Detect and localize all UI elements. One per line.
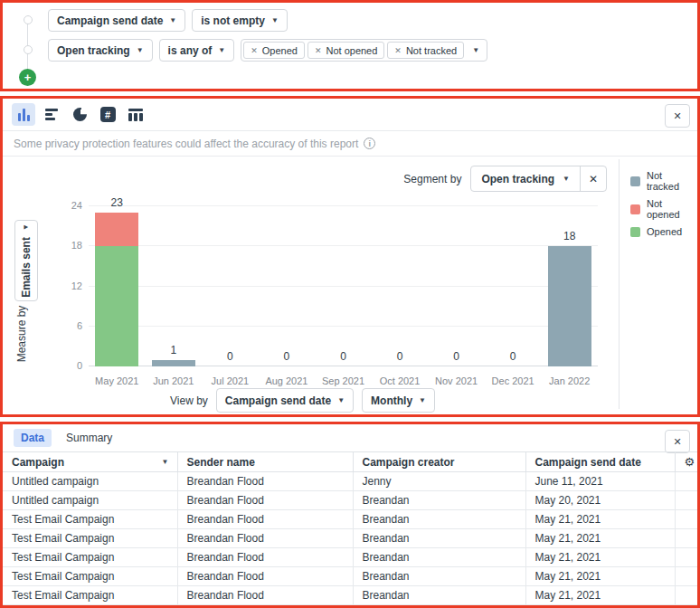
filter-operator-dropdown[interactable]: is any of ▼ bbox=[159, 39, 235, 62]
segment-by-clear-button[interactable]: ✕ bbox=[580, 166, 606, 191]
remove-chip-icon[interactable]: ✕ bbox=[394, 46, 402, 55]
table-row[interactable]: Test Email CampaignBreandan FloodBreanda… bbox=[3, 567, 697, 586]
segment-by-value-button[interactable]: Open tracking ▼ bbox=[471, 173, 580, 185]
bar-segment-not-tracked[interactable] bbox=[548, 246, 591, 366]
chevron-down-icon: ▼ bbox=[271, 17, 279, 24]
legend-item: Not tracked bbox=[630, 170, 697, 192]
campaign-data-table: Campaign ▼ Sender name Campaign creator … bbox=[3, 451, 697, 605]
table-row[interactable]: Untitled campaignBreandan FloodJennyJune… bbox=[3, 472, 697, 491]
close-chart-panel-button[interactable]: ✕ bbox=[665, 104, 690, 128]
column-header-sender-name[interactable]: Sender name bbox=[177, 452, 353, 472]
segment-by-label: Segment by bbox=[403, 173, 461, 185]
pie-glyph bbox=[73, 108, 87, 121]
table-row[interactable]: Untitled campaignBreandan FloodBreandanM… bbox=[3, 491, 697, 510]
privacy-notice-text: Some privacy protection features could a… bbox=[14, 138, 358, 150]
table-body: Untitled campaignBreandan FloodJennyJune… bbox=[3, 472, 697, 605]
filter-chip[interactable]: ✕Not tracked bbox=[387, 42, 464, 59]
y-tick-12: 12 bbox=[71, 280, 82, 291]
table-cell: Untitled campaign bbox=[3, 472, 177, 491]
table-cell: May 20, 2021 bbox=[525, 491, 675, 510]
chip-label: Opened bbox=[262, 45, 298, 56]
legend-label: Not opened bbox=[647, 198, 697, 220]
x-axis-label: Jun 2021 bbox=[146, 375, 203, 386]
filter-chip[interactable]: ✕Opened bbox=[243, 42, 305, 59]
bar-value-label: 0 bbox=[372, 350, 429, 363]
vertical-bar-chart-icon[interactable] bbox=[12, 103, 35, 126]
column-header-campaign-send-date[interactable]: Campaign send date bbox=[525, 452, 675, 472]
measure-by-label: Measure by bbox=[10, 304, 33, 364]
segment-by-dropdown: Open tracking ▼ ✕ bbox=[470, 166, 607, 192]
sort-caret-icon[interactable]: ▼ bbox=[162, 459, 169, 466]
remove-chip-icon[interactable]: ✕ bbox=[251, 46, 258, 55]
table-cell-settings bbox=[675, 586, 697, 605]
view-by-field-dropdown[interactable]: Campaign send date ▼ bbox=[216, 388, 354, 413]
filter-values-group[interactable]: ✕Opened✕Not opened✕Not tracked ▼ bbox=[241, 39, 487, 62]
bar-value-label: 0 bbox=[315, 350, 372, 363]
table-cell: Jenny bbox=[353, 472, 525, 491]
bar-segment-not-opened[interactable] bbox=[95, 213, 138, 246]
add-filter-button[interactable]: + bbox=[19, 69, 36, 86]
chart-slot-sep-2021: 0Sep 2021 bbox=[315, 206, 372, 366]
table-cell-settings bbox=[675, 529, 697, 548]
column-header-campaign-creator[interactable]: Campaign creator bbox=[353, 452, 525, 472]
chart-slot-oct-2021: 0Oct 2021 bbox=[372, 206, 429, 366]
bar-segment-opened[interactable] bbox=[95, 246, 138, 366]
filter-field-dropdown[interactable]: Campaign send date ▼ bbox=[48, 9, 185, 32]
tab-data[interactable]: Data bbox=[14, 429, 52, 447]
stacked-bar[interactable] bbox=[548, 246, 591, 366]
table-row[interactable]: Test Email CampaignBreandan FloodBreanda… bbox=[3, 586, 697, 605]
x-axis-label: Aug 2021 bbox=[259, 375, 316, 386]
column-header-campaign[interactable]: Campaign ▼ bbox=[3, 452, 177, 472]
table-cell: Breandan Flood bbox=[177, 510, 353, 529]
tab-summary[interactable]: Summary bbox=[59, 429, 119, 447]
hash-glyph: # bbox=[100, 107, 116, 122]
view-by-interval-dropdown[interactable]: Monthly ▼ bbox=[362, 388, 435, 413]
filter-chip[interactable]: ✕Not opened bbox=[307, 42, 384, 59]
pie-chart-icon[interactable] bbox=[68, 103, 91, 126]
chevron-down-icon: ▼ bbox=[337, 397, 345, 404]
data-table-panel: Data Summary ✕ Campaign ▼ Sender name Ca… bbox=[0, 422, 700, 608]
view-by-control: View by Campaign send date ▼ Monthly ▼ bbox=[170, 388, 435, 413]
measure-by-value: Emails sent bbox=[20, 237, 33, 298]
bar-value-label: 0 bbox=[428, 350, 485, 363]
table-view-icon[interactable] bbox=[124, 103, 147, 126]
remove-chip-icon[interactable]: ✕ bbox=[315, 46, 322, 55]
table-row[interactable]: Test Email CampaignBreandan FloodBreanda… bbox=[3, 529, 697, 548]
horizontal-bar-chart-icon[interactable] bbox=[40, 103, 63, 126]
filter-operator-label: is any of bbox=[168, 44, 213, 57]
table-cell: Breandan Flood bbox=[177, 548, 353, 567]
legend-label: Not tracked bbox=[647, 170, 697, 192]
gear-icon[interactable]: ⚙ bbox=[685, 455, 695, 469]
stacked-bar[interactable] bbox=[152, 360, 195, 366]
table-row[interactable]: Test Email CampaignBreandan FloodBreanda… bbox=[3, 548, 697, 567]
table-cell-settings bbox=[675, 510, 697, 529]
table-cell: Breandan Flood bbox=[177, 529, 353, 548]
table-cell: Breandan bbox=[353, 529, 525, 548]
y-tick-24: 24 bbox=[71, 200, 82, 211]
view-by-interval: Monthly bbox=[371, 394, 412, 407]
table-cell: Untitled campaign bbox=[3, 491, 177, 510]
stacked-bar[interactable] bbox=[95, 213, 138, 366]
filter-operator-dropdown[interactable]: is not empty ▼ bbox=[192, 9, 288, 32]
privacy-notice: Some privacy protection features could a… bbox=[3, 131, 697, 157]
table-cell: Breandan Flood bbox=[177, 567, 353, 586]
x-axis-label: May 2021 bbox=[89, 375, 146, 386]
filter-field-dropdown[interactable]: Open tracking ▼ bbox=[48, 39, 153, 62]
chevron-down-icon: ▼ bbox=[218, 47, 225, 54]
measure-by-label-wrap: Measure by bbox=[10, 304, 33, 364]
chart-slot-jun-2021: 1Jun 2021 bbox=[146, 206, 203, 366]
chevron-down-icon: ▼ bbox=[169, 17, 176, 24]
close-table-panel-button[interactable]: ✕ bbox=[665, 430, 690, 453]
table-cell: Breandan bbox=[353, 567, 525, 586]
x-axis-label: Sep 2021 bbox=[315, 375, 372, 386]
number-metric-icon[interactable]: # bbox=[96, 103, 119, 126]
view-by-label: View by bbox=[170, 394, 208, 407]
bar-segment-not-tracked[interactable] bbox=[152, 360, 195, 366]
chevron-icon: ▼ bbox=[23, 223, 30, 231]
info-icon[interactable]: i bbox=[364, 138, 375, 149]
chip-label: Not tracked bbox=[406, 45, 457, 56]
measure-by-dropdown[interactable]: Emails sent ▼ bbox=[14, 220, 38, 301]
x-axis-label: Oct 2021 bbox=[372, 375, 429, 386]
chevron-down-icon[interactable]: ▼ bbox=[467, 47, 485, 54]
table-row[interactable]: Test Email CampaignBreandan FloodBreanda… bbox=[3, 510, 697, 529]
